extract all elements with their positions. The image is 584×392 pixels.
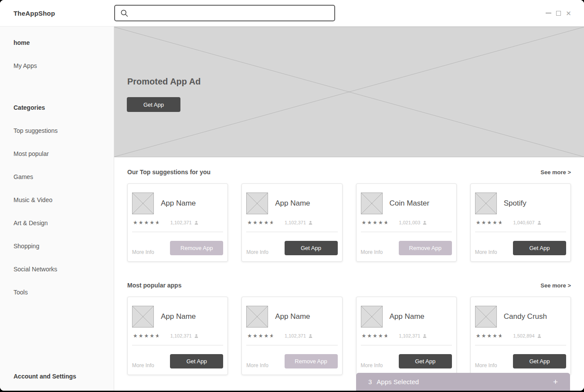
- app-thumbnail-placeholder: [132, 193, 154, 214]
- user-count-value: 1,040,607: [513, 220, 535, 225]
- app-card[interactable]: Candy Crush ★★★★★★ 1,502,894 More Info G…: [470, 297, 571, 375]
- window-controls: ✕: [546, 10, 571, 16]
- app-name: Coin Master: [390, 199, 430, 208]
- app-card[interactable]: App Name ★★★★★★ 1,102,371 More Info Remo…: [241, 297, 342, 375]
- app-thumbnail-placeholder: [361, 193, 383, 214]
- card-bottom: More Info Get App: [361, 354, 452, 368]
- card-top: App Name: [246, 193, 337, 214]
- sidebar-item-home[interactable]: home: [14, 38, 100, 47]
- app-logo: TheAppShop: [0, 10, 114, 17]
- star-rating-icon: ★★★★★★: [476, 333, 504, 338]
- sidebar-item-my-apps[interactable]: My Apps: [14, 61, 100, 70]
- user-count: 1,021,003: [399, 220, 427, 225]
- placeholder-x-icon: [361, 193, 382, 214]
- card-divider: [361, 345, 452, 345]
- sidebar-item-games[interactable]: Games: [14, 172, 100, 181]
- top-bar: TheAppShop ✕: [0, 0, 584, 27]
- sidebar-item-account-settings[interactable]: Account and Settings: [14, 372, 100, 391]
- app-card[interactable]: App Name ★★★★★★ 1,102,371 More Info Get …: [241, 183, 342, 262]
- app-card[interactable]: Coin Master ★★★★★★ 1,021,003 More Info R…: [356, 183, 457, 262]
- user-count: 1,102,371: [170, 220, 199, 225]
- search-input[interactable]: [132, 9, 329, 17]
- user-count: 1,502,894: [513, 333, 542, 338]
- app-card[interactable]: App Name ★★★★★★ 1,102,371 More Info Get …: [356, 297, 457, 375]
- user-count-value: 1,102,371: [285, 220, 306, 225]
- card-top: App Name: [132, 306, 223, 328]
- rating-row: ★★★★★★ 1,040,607: [475, 220, 566, 225]
- sidebar-item-art-design[interactable]: Art & Design: [14, 219, 100, 227]
- sidebar: home My Apps Categories Top suggestionsM…: [0, 27, 114, 391]
- get-app-button[interactable]: Get App: [399, 354, 452, 368]
- user-count-value: 1,021,003: [399, 220, 420, 225]
- sidebar-item-shopping[interactable]: Shopping: [14, 242, 100, 250]
- plus-icon[interactable]: +: [553, 378, 558, 386]
- sidebar-item-tools[interactable]: Tools: [14, 288, 100, 297]
- app-card[interactable]: App Name ★★★★★★ 1,102,371 More Info Remo…: [127, 183, 228, 262]
- app-card[interactable]: Spotify ★★★★★★ 1,040,607 More Info Get A…: [470, 183, 571, 262]
- user-count-value: 1,102,371: [170, 220, 192, 225]
- star-rating-icon: ★★★★★★: [247, 220, 275, 225]
- app-name: App Name: [161, 312, 196, 321]
- sidebar-item-social-networks[interactable]: Social Networks: [14, 265, 100, 274]
- card-top: Candy Crush: [475, 306, 566, 328]
- app-thumbnail-placeholder: [475, 193, 497, 214]
- card-row: App Name ★★★★★★ 1,102,371 More Info Remo…: [127, 183, 571, 262]
- app-window: TheAppShop ✕ home My Apps Categories Top…: [0, 0, 584, 391]
- more-info-link[interactable]: More Info: [132, 249, 154, 255]
- card-top: App Name: [361, 306, 452, 328]
- card-bottom: More Info Get App: [132, 354, 223, 368]
- rating-row: ★★★★★★ 1,502,894: [475, 333, 566, 338]
- card-bottom: More Info Remove App: [361, 241, 452, 255]
- remove-app-button[interactable]: Remove App: [399, 241, 452, 255]
- search-bar[interactable]: [114, 5, 335, 21]
- selected-count: 3: [368, 378, 372, 385]
- sidebar-item-most-popular[interactable]: Most popular: [14, 149, 100, 158]
- get-app-button[interactable]: Get App: [285, 241, 338, 255]
- placeholder-x-icon: [361, 306, 382, 327]
- app-name: App Name: [275, 312, 310, 321]
- app-name: App Name: [161, 199, 196, 208]
- more-info-link[interactable]: More Info: [361, 249, 383, 255]
- user-count-value: 1,102,371: [170, 333, 192, 338]
- see-more-link[interactable]: See more >: [540, 282, 571, 289]
- card-bottom: More Info Get App: [475, 354, 566, 368]
- sidebar-item-top-suggestions[interactable]: Top suggestions: [14, 126, 100, 135]
- app-section: Our Top suggestions for you See more > A…: [127, 169, 571, 262]
- promoted-get-app-button[interactable]: Get App: [127, 97, 180, 112]
- maximize-icon[interactable]: [556, 10, 561, 16]
- remove-app-button[interactable]: Remove App: [285, 354, 338, 368]
- see-more-link[interactable]: See more >: [540, 169, 571, 176]
- rating-row: ★★★★★★ 1,021,003: [361, 220, 452, 225]
- apps-selected-bar[interactable]: 3 Apps Selected +: [356, 373, 570, 391]
- close-icon[interactable]: ✕: [566, 10, 571, 16]
- promoted-ad-title: Promoted App Ad: [127, 77, 201, 87]
- placeholder-x-icon: [247, 193, 268, 214]
- star-rating-icon: ★★★★★★: [362, 220, 390, 225]
- get-app-button[interactable]: Get App: [513, 354, 566, 368]
- placeholder-x-icon: [475, 306, 496, 327]
- section-title: Our Top suggestions for you: [127, 169, 211, 176]
- section-title: Most popular apps: [127, 282, 181, 289]
- more-info-link[interactable]: More Info: [361, 362, 383, 368]
- app-thumbnail-placeholder: [246, 306, 268, 328]
- remove-app-button[interactable]: Remove App: [170, 241, 223, 255]
- sidebar-categories-label: Categories: [14, 103, 100, 112]
- app-name: App Name: [390, 312, 424, 321]
- more-info-link[interactable]: More Info: [475, 362, 497, 368]
- section-header: Most popular apps See more >: [127, 282, 571, 289]
- more-info-link[interactable]: More Info: [246, 362, 268, 368]
- more-info-link[interactable]: More Info: [246, 249, 268, 255]
- user-count: 1,102,371: [170, 333, 199, 338]
- app-section: Most popular apps See more > App Name ★★…: [127, 282, 571, 375]
- minimize-icon[interactable]: [546, 10, 551, 16]
- more-info-link[interactable]: More Info: [475, 249, 497, 255]
- user-count-value: 1,102,371: [285, 333, 306, 338]
- sidebar-item-music-video[interactable]: Music & Video: [14, 196, 100, 204]
- app-card[interactable]: App Name ★★★★★★ 1,102,371 More Info Get …: [127, 297, 228, 375]
- card-top: App Name: [132, 193, 223, 214]
- get-app-button[interactable]: Get App: [513, 241, 566, 255]
- card-divider: [475, 345, 566, 345]
- card-bottom: More Info Get App: [246, 241, 337, 255]
- more-info-link[interactable]: More Info: [132, 362, 154, 368]
- get-app-button[interactable]: Get App: [170, 354, 223, 368]
